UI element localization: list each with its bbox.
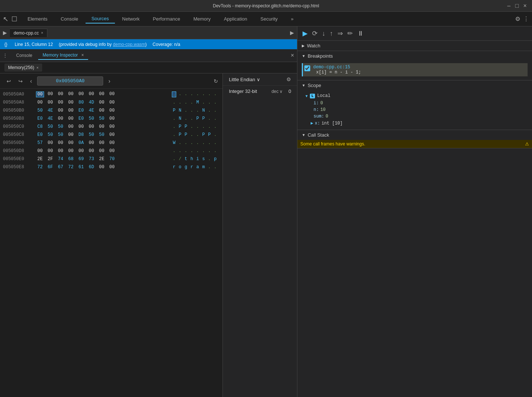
memory-inspector-close-button[interactable]: × xyxy=(81,53,84,58)
hex-byte-0-2[interactable]: 00 xyxy=(57,91,65,97)
redo-button[interactable]: ↪ xyxy=(16,77,25,85)
hex-addr-9: 005050E8 xyxy=(3,165,36,170)
tab-sources[interactable]: Sources xyxy=(86,14,115,24)
hex-row-9: 005050E8 72 6F 67 72 61 6D 00 00 r xyxy=(3,163,220,171)
local-scope-section[interactable]: ▼ L Local xyxy=(302,92,528,100)
hex-byte-0-1[interactable]: 00 xyxy=(46,91,54,97)
bottom-panel-close-button[interactable]: × xyxy=(291,52,294,59)
undo-button[interactable]: ↩ xyxy=(4,77,13,85)
hex-addr-8: 005050E0 xyxy=(3,156,36,162)
hex-panel: ↩ ↪ ‹ › ↻ 005050A0 00 00 00 xyxy=(0,73,223,397)
hex-ascii-6: W . . . . . . . xyxy=(172,140,220,145)
tab-memory-inspector[interactable]: Memory Inspector × xyxy=(38,51,88,60)
hex-byte-1-1[interactable]: 00 xyxy=(46,100,54,105)
pause-button[interactable]: ⏸ xyxy=(357,29,365,38)
memory-tab-close-button[interactable]: × xyxy=(36,66,39,70)
hex-byte-0-0[interactable]: 00 xyxy=(36,91,44,97)
deactivate-breakpoints-button[interactable]: ✏ xyxy=(347,29,354,38)
hex-ascii-7: . . . . . . . . xyxy=(172,148,220,154)
watch-header[interactable]: ▶ Watch xyxy=(297,41,532,51)
format-dropdown[interactable]: dec ∨ xyxy=(271,89,282,94)
minimize-button[interactable]: – xyxy=(506,3,511,8)
step-into-button[interactable]: ↓ xyxy=(321,29,326,38)
endian-settings-icon[interactable]: ⚙ xyxy=(286,76,291,82)
hex-ascii-4: . P P . . . . . xyxy=(172,124,220,129)
hex-byte-1-0[interactable]: 00 xyxy=(36,100,44,105)
more-menu-icon[interactable]: ⋮ xyxy=(523,15,529,22)
format-label: dec xyxy=(271,89,278,94)
maximize-button[interactable]: □ xyxy=(514,3,520,8)
tab-performance[interactable]: Performance xyxy=(147,15,186,23)
file-tab-close-button[interactable]: × xyxy=(41,31,43,35)
hex-char-0-1[interactable]: . xyxy=(178,91,182,97)
breakpoint-item-0: demo-cpp.cc:15 x[i] = n - i - 1; xyxy=(302,63,528,76)
tab-console-bottom[interactable]: Console xyxy=(12,51,37,59)
mobile-icon[interactable]: ☐ xyxy=(11,15,17,23)
settings-icon[interactable]: ⚙ xyxy=(515,15,520,22)
hex-byte-0-6[interactable]: 00 xyxy=(98,91,106,97)
endian-dropdown[interactable]: Little Endian ∨ xyxy=(229,77,260,82)
hex-char-0-4[interactable]: . xyxy=(195,91,200,97)
hex-bytes-6: 57 00 00 00 0A 00 00 00 xyxy=(36,140,172,145)
wasm-link[interactable]: demo-cpp.wasm xyxy=(113,42,145,47)
scope-key-i: i: xyxy=(314,101,319,106)
integer-type-label: Integer 32-bit xyxy=(229,89,265,94)
hex-byte-0-7[interactable]: 00 xyxy=(108,91,116,97)
hex-char-0-5[interactable]: . xyxy=(201,91,206,97)
main-layout: ▶ demo-cpp.cc × ▶ 7 } 8 9 int main() { 1… xyxy=(0,26,532,397)
hex-byte-1-2[interactable]: 00 xyxy=(57,100,65,105)
scope-arrow-icon: ▼ xyxy=(302,83,305,87)
scope-val-sum: 0 xyxy=(326,114,328,119)
cursor-icon[interactable]: ↖ xyxy=(3,15,8,23)
hex-byte-0-3[interactable]: 00 xyxy=(67,91,75,97)
breakpoint-text-0: demo-cpp.cc:15 x[i] = n - i - 1; xyxy=(313,65,361,75)
call-stack-warning-text: Some call frames have warnings. xyxy=(300,141,365,147)
hex-char-0-3[interactable]: . xyxy=(189,91,194,97)
hex-char-0-0[interactable]: . xyxy=(172,91,176,97)
hex-byte-0-4[interactable]: 00 xyxy=(77,91,85,97)
window-title: DevTools - memory-inspector.glitch.me/de… xyxy=(213,3,319,8)
breakpoint-checkbox-0[interactable] xyxy=(304,65,310,71)
tab-security[interactable]: Security xyxy=(254,15,283,23)
bottom-menu-icon[interactable]: ⋮ xyxy=(3,53,7,58)
hex-byte-1-3[interactable]: 00 xyxy=(67,100,75,105)
address-input[interactable] xyxy=(37,76,103,86)
hex-bytes-9: 72 6F 67 72 61 6D 00 00 xyxy=(36,165,172,170)
hex-byte-1-4[interactable]: 80 xyxy=(77,100,85,105)
title-bar-controls: – □ × xyxy=(506,3,528,8)
scope-item-x[interactable]: ▶ x: int [10] xyxy=(302,120,528,127)
tab-network[interactable]: Network xyxy=(116,15,146,23)
run-button[interactable]: ▶ xyxy=(290,30,294,36)
close-button[interactable]: × xyxy=(522,3,528,8)
hex-byte-1-6[interactable]: 00 xyxy=(98,100,106,105)
prev-address-button[interactable]: ‹ xyxy=(28,77,34,85)
resume-button[interactable]: ▶ xyxy=(302,29,308,38)
tab-application[interactable]: Application xyxy=(218,15,253,23)
memory-256-tab[interactable]: Memory(256) × xyxy=(4,64,42,72)
hex-byte-1-5[interactable]: 4D xyxy=(87,100,95,105)
next-address-button[interactable]: › xyxy=(106,77,112,85)
hex-byte-0-5[interactable]: 00 xyxy=(87,91,95,97)
scope-val-x: int [10] xyxy=(322,121,343,126)
tab-memory[interactable]: Memory xyxy=(188,15,217,23)
file-tab-demo-cpp[interactable]: demo-cpp.cc × xyxy=(10,29,47,37)
hex-char-0-2[interactable]: . xyxy=(184,91,188,97)
breakpoints-arrow-icon: ▼ xyxy=(302,54,305,58)
hex-char-0-7[interactable]: . xyxy=(213,91,217,97)
collapse-sidebar-button[interactable]: ▶ xyxy=(3,30,7,36)
hex-row-8: 005050E0 2E 2F 74 68 69 73 2E 70 . xyxy=(3,155,220,163)
refresh-button[interactable]: ↻ xyxy=(214,78,218,84)
step-button[interactable]: ⇒ xyxy=(337,29,344,38)
scope-header[interactable]: ▼ Scope xyxy=(297,80,532,90)
tab-more[interactable]: » xyxy=(285,15,299,23)
tab-console[interactable]: Console xyxy=(55,15,84,23)
hex-char-0-6[interactable]: . xyxy=(207,91,211,97)
hex-byte-1-7[interactable]: 00 xyxy=(108,100,116,105)
step-over-button[interactable]: ⟳ xyxy=(311,29,318,38)
tab-elements[interactable]: Elements xyxy=(22,15,53,23)
breakpoints-header[interactable]: ▼ Breakpoints xyxy=(297,51,532,61)
step-out-button[interactable]: ↑ xyxy=(329,29,334,38)
call-stack-header[interactable]: ▼ Call Stack xyxy=(297,130,532,140)
memory-tab-bar: Memory(256) × xyxy=(0,62,297,73)
hex-bytes-8: 2E 2F 74 68 69 73 2E 70 xyxy=(36,156,172,162)
